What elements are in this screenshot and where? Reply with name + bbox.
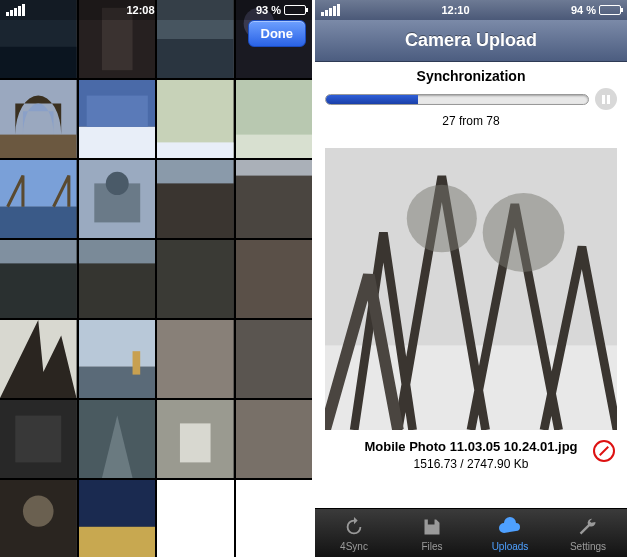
photo-thumb[interactable] [0,320,77,398]
svg-point-21 [105,172,128,195]
svg-rect-9 [0,135,77,158]
sync-progress-fill [326,95,418,104]
camera-upload-screen: 12:10 94 % Camera Upload Synchronization… [315,0,627,557]
photo-thumb[interactable] [79,400,156,478]
sync-count: 27 from 78 [325,114,617,128]
tab-bar: 4Sync Files Uploads Settings [315,508,627,557]
photo-thumb[interactable] [0,240,77,318]
svg-rect-33 [79,320,156,367]
cancel-upload-button[interactable] [593,440,615,462]
svg-point-51 [483,193,565,272]
svg-rect-14 [157,142,234,158]
photo-thumb[interactable] [0,480,77,557]
tab-files[interactable]: Files [393,509,471,557]
sync-panel: Synchronization 27 from 78 [315,62,627,130]
photo-thumb[interactable] [157,80,234,158]
wrench-icon [576,515,600,539]
photo-thumb[interactable] [157,400,234,478]
photo-thumb[interactable] [236,240,313,318]
svg-rect-35 [132,351,140,374]
tab-4sync[interactable]: 4Sync [315,509,393,557]
photo-thumb[interactable] [157,160,234,238]
tab-uploads[interactable]: Uploads [471,509,549,557]
svg-rect-30 [157,240,234,318]
sync-label: Synchronization [325,68,617,84]
svg-rect-27 [0,240,77,263]
empty-slot [157,480,234,557]
svg-rect-39 [15,416,61,463]
svg-rect-18 [0,207,77,238]
svg-rect-29 [79,240,156,263]
photo-thumb[interactable] [0,160,77,238]
svg-rect-46 [79,480,156,527]
svg-rect-31 [236,240,313,318]
svg-point-45 [23,496,54,527]
done-button[interactable]: Done [248,20,307,47]
svg-rect-36 [157,320,234,398]
svg-rect-42 [180,423,211,462]
empty-slot [236,480,313,557]
file-name: Mobile Photo 11.03.05 10.24.01.jpg [325,438,617,456]
svg-rect-43 [236,400,313,478]
svg-rect-37 [236,320,313,398]
photo-thumb[interactable] [236,80,313,158]
sync-progress-bar [325,94,589,105]
svg-rect-47 [79,527,156,557]
status-time: 12:10 [441,4,469,16]
photo-thumb[interactable] [79,240,156,318]
status-time: 12:08 [126,4,154,16]
status-bar-left: 12:08 93 % [0,0,312,20]
photo-thumb[interactable] [236,160,313,238]
photo-thumb[interactable] [0,80,77,158]
file-info: Mobile Photo 11.03.05 10.24.01.jpg 1516.… [315,438,627,473]
pause-button[interactable] [595,88,617,110]
svg-rect-1 [0,47,77,78]
photo-thumb[interactable] [79,160,156,238]
cloud-upload-icon [498,515,522,539]
photo-picker-screen: 12:08 93 % Done [0,0,312,557]
photo-thumb[interactable] [79,320,156,398]
svg-rect-23 [157,160,234,183]
svg-rect-12 [86,96,147,127]
file-size: 1516.73 / 2747.90 Kb [325,456,617,473]
nav-title: Camera Upload [315,20,627,62]
photo-thumb[interactable] [79,80,156,158]
battery-indicator: 94 % [571,4,621,16]
photo-thumb[interactable] [236,320,313,398]
tab-settings[interactable]: Settings [549,509,627,557]
svg-point-50 [407,185,477,253]
photo-thumb[interactable] [79,480,156,557]
upload-preview [325,148,617,430]
photo-grid [0,0,312,557]
photo-thumb[interactable] [157,320,234,398]
signal-icon [6,4,25,16]
photo-thumb[interactable] [0,400,77,478]
signal-icon [321,4,340,16]
svg-rect-11 [79,127,156,158]
photo-thumb[interactable] [157,240,234,318]
status-bar-right: 12:10 94 % [315,0,627,20]
svg-rect-16 [236,135,313,158]
sync-icon [342,515,366,539]
svg-rect-34 [79,367,156,398]
battery-indicator: 93 % [256,4,306,16]
svg-rect-25 [236,160,313,176]
save-icon [420,515,444,539]
photo-thumb[interactable] [236,400,313,478]
svg-rect-5 [157,39,234,78]
